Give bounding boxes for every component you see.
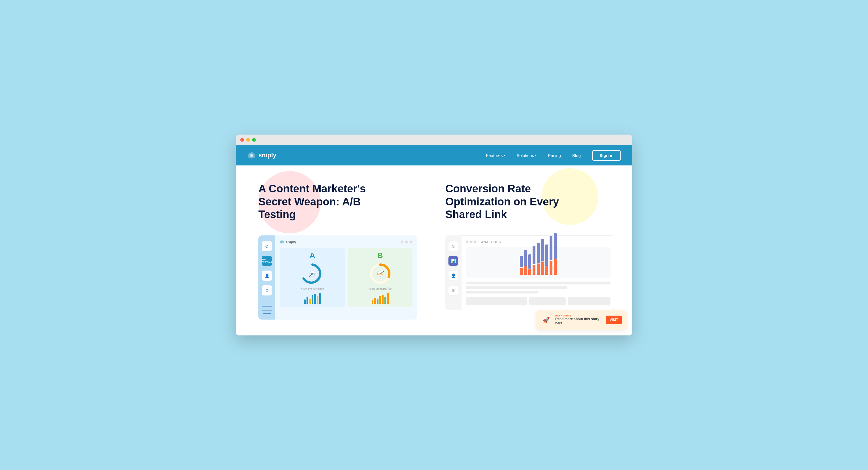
panel-window-controls (401, 241, 412, 243)
bar-chart (466, 247, 611, 278)
bar-orange-4 (533, 265, 535, 275)
analytics-chart-icon: 📊 (448, 256, 458, 266)
nav-blog[interactable]: Blog (572, 153, 581, 158)
logo[interactable]: sniply (247, 151, 277, 160)
panel-logo-icon (280, 240, 284, 244)
bar-blue-3 (528, 254, 531, 269)
bar-orange-8 (550, 261, 552, 275)
analytics-settings-icon: ⚙ (448, 285, 458, 295)
ab-cards: A 80% ~32% promoting fee (280, 248, 412, 307)
logo-text: sniply (258, 152, 277, 159)
ab-illustration: ⊙ A·BTESTING 👤 ⚙ (258, 236, 417, 319)
bar-blue-5 (537, 243, 540, 263)
content-line-3 (466, 291, 538, 293)
settings-icon: ⚙ (262, 285, 272, 295)
svg-text:80%: 80% (309, 273, 315, 276)
panel-dot-3 (410, 241, 412, 243)
bar-orange-5 (537, 263, 540, 275)
gauge-b: 60% (369, 262, 392, 285)
analytics-dot-1 (466, 241, 469, 243)
card-a: A 80% ~32% promoting fee (280, 248, 345, 307)
mini-bars-a (283, 292, 341, 304)
signin-button[interactable]: Sign in (592, 150, 621, 161)
menu-line-3 (263, 313, 271, 314)
panel-header: sniply (280, 240, 412, 244)
left-section: A Content Marketer's Secret Weapon: A/B … (236, 165, 434, 336)
content-boxes-row (466, 297, 611, 305)
bar-blue-6 (541, 239, 544, 261)
bar-blue-7 (545, 245, 548, 266)
panel-logo: sniply (280, 240, 296, 244)
card-a-label: A (283, 251, 341, 260)
gauge-a: 80% (301, 262, 324, 285)
bar-orange-1 (520, 268, 523, 275)
right-heading: Conversion Rate Optimization on Every Sh… (445, 183, 570, 221)
gauge-b-container: 60% (351, 262, 409, 285)
content-line-2 (466, 286, 567, 289)
solutions-chevron: ▾ (535, 154, 536, 157)
traffic-light-green[interactable] (252, 138, 256, 142)
dashboard-icon: ⊙ (262, 241, 272, 251)
nav-features[interactable]: Features ▾ (486, 153, 505, 158)
card-b-label: B (351, 251, 409, 260)
features-chevron: ▾ (504, 154, 505, 157)
cta-source: HLYN NEWS (555, 314, 602, 317)
cta-text-block: HLYN NEWS Read more about this story her… (555, 314, 602, 326)
analytics-user-icon: 👤 (448, 271, 458, 281)
bar-blue-9 (554, 233, 557, 259)
content-box-3 (568, 297, 611, 305)
nav-pricing[interactable]: Pricing (548, 153, 561, 158)
nav-solutions[interactable]: Solutions ▾ (517, 153, 536, 158)
browser-window: sniply Features ▾ Solutions ▾ Pricing Bl… (236, 134, 632, 336)
bar-blue-8 (550, 236, 552, 260)
sniply-logo-icon (247, 151, 256, 160)
browser-chrome (236, 134, 632, 145)
bar-blue-2 (524, 250, 527, 266)
panel-dot-1 (401, 241, 403, 243)
ab-sidebar: ⊙ A·BTESTING 👤 ⚙ (258, 236, 275, 319)
bar-orange-7 (545, 266, 548, 275)
traffic-light-yellow[interactable] (246, 138, 250, 142)
menu-line-2 (262, 311, 272, 311)
panel-dot-2 (405, 241, 408, 243)
bar-blue-1 (520, 256, 523, 267)
bar-orange-2 (524, 266, 527, 275)
left-heading: A Content Marketer's Secret Weapon: A/B … (258, 183, 372, 221)
card-b: B 60% ~16% promoting fee (348, 248, 412, 307)
cta-rocket-icon: 🚀 (540, 314, 552, 325)
card-a-sublabel: ~32% promoting fee (283, 287, 341, 290)
ab-testing-icon: A·BTESTING (262, 256, 272, 266)
menu-line-1 (262, 306, 272, 307)
svg-marker-0 (280, 240, 284, 244)
nav-links: Features ▾ Solutions ▾ Pricing Blog Sign… (486, 150, 621, 161)
bar-blue-4 (533, 246, 535, 264)
analytics-illustration: ⊙ 📊 👤 ⚙ ANALYTICS (445, 236, 615, 310)
cta-description: Read more about this story here (555, 317, 602, 326)
card-b-sublabel: ~16% promoting fee (351, 287, 409, 290)
gauge-a-container: 80% (283, 262, 341, 285)
content-box-1 (466, 297, 527, 305)
traffic-light-red[interactable] (240, 138, 244, 142)
bar-orange-3 (528, 269, 531, 275)
svg-text:60%: 60% (377, 273, 383, 276)
mini-bars-b (351, 292, 409, 304)
main-content: A Content Marketer's Secret Weapon: A/B … (236, 165, 632, 336)
user-icon: 👤 (262, 271, 272, 281)
content-line-1 (466, 282, 611, 284)
ab-main-panel: sniply A (275, 236, 417, 319)
analytics-sidebar: ⊙ 📊 👤 ⚙ (445, 236, 461, 310)
cta-visit-button[interactable]: VISIT (606, 316, 622, 324)
cta-banner: 🚀 HLYN NEWS Read more about this story h… (536, 310, 627, 330)
right-section: Conversion Rate Optimization on Every Sh… (434, 165, 632, 336)
bar-orange-6 (541, 262, 544, 275)
bar-orange-9 (554, 259, 557, 275)
analytics-main-panel: ANALYTICS (461, 236, 615, 310)
content-box-2 (529, 297, 566, 305)
navbar: sniply Features ▾ Solutions ▾ Pricing Bl… (236, 145, 632, 165)
content-placeholder-lines (466, 282, 611, 305)
analytics-dash-icon: ⊙ (448, 241, 458, 251)
